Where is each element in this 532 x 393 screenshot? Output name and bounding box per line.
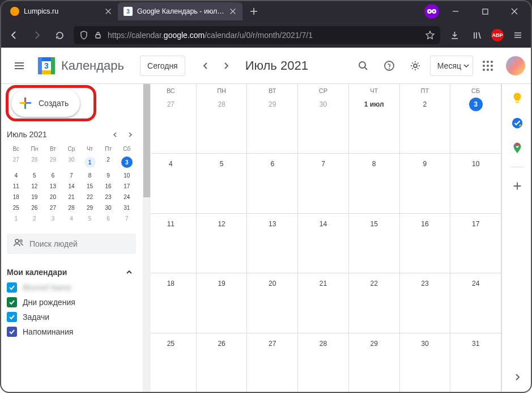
day-cell[interactable]: 16 bbox=[400, 214, 451, 273]
google-apps-icon[interactable] bbox=[476, 54, 499, 77]
mini-day[interactable]: 14 bbox=[62, 181, 81, 191]
day-cell[interactable]: 25 bbox=[146, 333, 197, 393]
mini-day[interactable]: 11 bbox=[7, 181, 25, 191]
close-icon[interactable] bbox=[229, 7, 237, 15]
mini-day[interactable]: 18 bbox=[7, 192, 25, 202]
mini-day[interactable]: 29 bbox=[44, 155, 62, 170]
close-icon[interactable] bbox=[104, 7, 112, 15]
day-cell[interactable]: 30 bbox=[400, 333, 451, 393]
library-icon[interactable] bbox=[469, 27, 486, 44]
day-cell[interactable]: 19 bbox=[197, 273, 248, 333]
day-cell[interactable]: 5 bbox=[197, 154, 248, 213]
browser-tab-0[interactable]: Lumpics.ru bbox=[5, 2, 118, 20]
close-window-button[interactable] bbox=[501, 2, 527, 20]
my-calendars-toggle[interactable]: Мои календари bbox=[7, 268, 136, 277]
mini-day[interactable]: 15 bbox=[80, 181, 99, 191]
logo[interactable]: 3 Календарь bbox=[36, 56, 124, 76]
day-cell[interactable]: 8 bbox=[349, 154, 400, 213]
day-cell[interactable]: 22 bbox=[349, 273, 400, 333]
create-button[interactable]: Создать bbox=[11, 90, 80, 117]
new-tab-button[interactable] bbox=[246, 3, 262, 19]
mini-day[interactable]: 28 bbox=[25, 155, 44, 170]
mini-day[interactable]: 5 bbox=[80, 214, 99, 223]
maps-icon[interactable] bbox=[511, 142, 524, 154]
help-icon[interactable] bbox=[378, 54, 401, 77]
day-cell[interactable]: 21 bbox=[298, 273, 349, 333]
prev-month-button[interactable] bbox=[197, 57, 215, 75]
next-month-button[interactable] bbox=[217, 57, 235, 75]
day-cell[interactable]: 13 bbox=[247, 214, 298, 273]
day-cell[interactable]: 14 bbox=[298, 214, 349, 273]
mini-day[interactable]: 4 bbox=[7, 171, 25, 180]
mini-day[interactable]: 20 bbox=[44, 192, 62, 202]
day-cell[interactable]: 29 bbox=[247, 94, 298, 154]
vpn-icon[interactable] bbox=[424, 4, 439, 19]
mini-day[interactable]: 27 bbox=[44, 203, 62, 213]
collapse-panel-button[interactable] bbox=[507, 367, 527, 387]
sidebar-scrollbar[interactable] bbox=[143, 84, 151, 393]
calendar-item[interactable]: Напоминания bbox=[7, 327, 136, 337]
day-cell[interactable]: 20 bbox=[247, 273, 298, 333]
day-cell[interactable]: 29 bbox=[349, 333, 400, 393]
keep-icon[interactable] bbox=[511, 92, 524, 104]
mini-day[interactable]: 8 bbox=[80, 171, 99, 180]
mini-day[interactable]: 13 bbox=[44, 181, 62, 191]
mini-day[interactable]: 2 bbox=[99, 155, 118, 170]
reload-button[interactable] bbox=[51, 27, 68, 44]
mini-day[interactable]: 26 bbox=[25, 203, 44, 213]
settings-icon[interactable] bbox=[404, 54, 427, 77]
day-cell[interactable]: 4 bbox=[146, 154, 197, 213]
mini-day[interactable]: 12 bbox=[25, 181, 44, 191]
search-icon[interactable] bbox=[352, 54, 374, 77]
browser-tab-1[interactable]: 3 Google Календарь - июль 2021 bbox=[118, 2, 242, 20]
mini-day[interactable]: 29 bbox=[80, 203, 99, 213]
day-cell[interactable]: 9 bbox=[400, 154, 451, 213]
mini-day[interactable]: 16 bbox=[99, 181, 118, 191]
mini-day[interactable]: 22 bbox=[80, 192, 99, 202]
downloads-icon[interactable] bbox=[446, 27, 463, 44]
day-cell[interactable]: 10 bbox=[450, 154, 501, 213]
day-cell[interactable]: 3 bbox=[450, 94, 501, 154]
day-cell[interactable]: 28 bbox=[298, 333, 349, 393]
search-people-field[interactable] bbox=[29, 239, 129, 248]
main-menu-icon[interactable] bbox=[7, 53, 32, 78]
day-cell[interactable]: 27 bbox=[247, 333, 298, 393]
mini-day[interactable]: 6 bbox=[99, 214, 118, 223]
day-cell[interactable]: 30 bbox=[298, 94, 349, 154]
mini-day[interactable]: 1 bbox=[7, 214, 25, 223]
mini-prev-button[interactable] bbox=[109, 128, 121, 141]
mini-day[interactable]: 24 bbox=[117, 192, 136, 202]
day-cell[interactable]: 26 bbox=[197, 333, 248, 393]
day-cell[interactable]: 1 июл bbox=[349, 94, 400, 154]
calendar-item[interactable]: Задачи bbox=[7, 312, 136, 322]
mini-day[interactable]: 3 bbox=[117, 155, 136, 170]
day-cell[interactable]: 31 bbox=[450, 333, 501, 393]
mini-day[interactable]: 2 bbox=[25, 214, 44, 223]
mini-day[interactable]: 6 bbox=[44, 171, 62, 180]
mini-day[interactable]: 7 bbox=[62, 171, 81, 180]
mini-next-button[interactable] bbox=[124, 128, 136, 141]
calendar-item[interactable]: Дни рождения bbox=[7, 297, 136, 307]
back-button[interactable] bbox=[6, 27, 23, 44]
address-bar[interactable]: https://calendar.google.com/calendar/u/0… bbox=[74, 26, 440, 44]
day-cell[interactable]: 6 bbox=[247, 154, 298, 213]
mini-day[interactable]: 5 bbox=[25, 171, 44, 180]
mini-day[interactable]: 4 bbox=[62, 214, 81, 223]
mini-day[interactable]: 27 bbox=[7, 155, 25, 170]
day-cell[interactable]: 27 bbox=[146, 94, 197, 154]
maximize-button[interactable] bbox=[472, 2, 498, 20]
account-avatar[interactable] bbox=[506, 56, 525, 75]
search-people-input[interactable] bbox=[7, 234, 136, 254]
mini-day[interactable]: 21 bbox=[62, 192, 81, 202]
checkbox-icon[interactable] bbox=[7, 327, 17, 337]
day-cell[interactable]: 24 bbox=[450, 273, 501, 333]
day-cell[interactable]: 2 bbox=[400, 94, 451, 154]
mini-day[interactable]: 25 bbox=[7, 203, 25, 213]
checkbox-icon[interactable] bbox=[7, 282, 17, 293]
mini-day[interactable]: 10 bbox=[117, 171, 136, 180]
today-button[interactable]: Сегодня bbox=[140, 56, 185, 76]
mini-day[interactable]: 7 bbox=[117, 214, 136, 223]
mini-day[interactable]: 30 bbox=[99, 203, 118, 213]
day-cell[interactable]: 15 bbox=[349, 214, 400, 273]
mini-day[interactable]: 28 bbox=[62, 203, 81, 213]
